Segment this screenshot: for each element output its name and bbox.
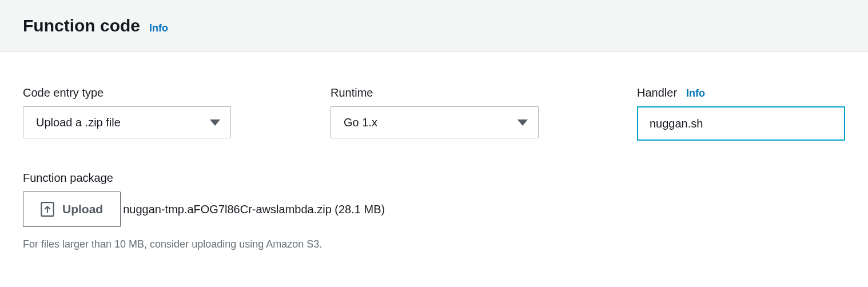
code-entry-value: Upload a .zip file [36,116,121,129]
code-entry-label: Code entry type [23,86,331,99]
info-link[interactable]: Info [149,22,168,34]
code-entry-select[interactable]: Upload a .zip file [23,106,231,138]
form-row: Code entry type Upload a .zip file Runti… [23,86,845,141]
code-entry-group: Code entry type Upload a .zip file [23,86,331,141]
runtime-value: Go 1.x [344,116,377,129]
runtime-select[interactable]: Go 1.x [331,106,539,138]
upload-hint: For files larger than 10 MB, consider up… [23,238,845,250]
content-section: Code entry type Upload a .zip file Runti… [0,52,868,269]
uploaded-filename: nuggan-tmp.aFOG7l86Cr-awslambda.zip (28.… [123,203,385,216]
upload-icon [41,202,54,217]
runtime-group: Runtime Go 1.x [331,86,637,141]
handler-input[interactable] [637,106,845,141]
function-package-group: Function package Upload nuggan-tmp.aFOG7… [23,172,845,250]
handler-label-row: Handler Info [637,86,845,99]
runtime-label: Runtime [331,86,637,99]
upload-button[interactable]: Upload [23,192,121,227]
section-header: Function code Info [0,0,868,52]
upload-button-label: Upload [62,202,103,216]
chevron-down-icon [517,119,528,126]
page-title: Function code [23,16,140,35]
handler-info-link[interactable]: Info [686,87,705,99]
chevron-down-icon [210,119,220,126]
upload-row: Upload nuggan-tmp.aFOG7l86Cr-awslambda.z… [23,192,845,227]
handler-label: Handler [637,86,677,99]
handler-group: Handler Info [637,86,845,141]
function-package-label: Function package [23,172,845,185]
